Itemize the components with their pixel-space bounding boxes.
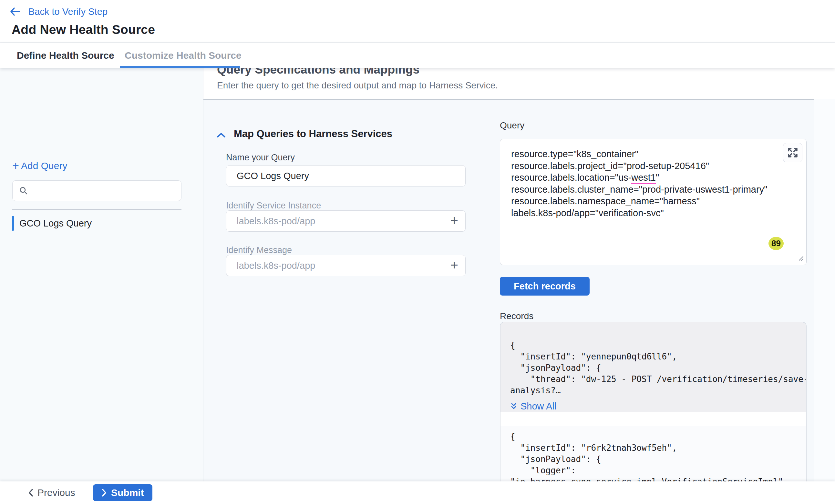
add-query-label: Add Query	[21, 160, 67, 171]
name-query-input[interactable]	[226, 171, 433, 181]
record-line: "jsonPayload": {	[510, 454, 799, 465]
query-line: resource.type="k8s_container"	[511, 148, 777, 160]
show-all-label: Show All	[521, 401, 556, 412]
fetch-records-button[interactable]: Fetch records	[500, 277, 590, 296]
previous-button[interactable]: Previous	[28, 484, 75, 501]
record-item-1: { "insertId": "yennepun0qtd6ll6", "jsonP…	[501, 322, 806, 412]
query-label: Query	[500, 120, 524, 131]
query-location-post: "	[656, 172, 659, 183]
query-line: resource.labels.namespace_name="harness"	[511, 195, 777, 207]
back-arrow-icon	[10, 7, 20, 16]
back-link-label: Back to Verify Step	[28, 6, 107, 17]
section-title: Query Specifications and Mappings	[217, 68, 835, 77]
app-header: Back to Verify Step Add New Health Sourc…	[0, 0, 835, 43]
name-query-field	[226, 165, 466, 187]
identify-message-label: Identify Message	[226, 245, 292, 255]
add-query-button[interactable]: + Add Query	[12, 160, 67, 172]
resize-handle[interactable]	[796, 254, 804, 262]
section-header: Query Specifications and Mappings Enter …	[203, 68, 835, 99]
query-textarea[interactable]: resource.type="k8s_container" resource.l…	[500, 139, 807, 265]
add-message-plus-icon[interactable]: +	[450, 257, 458, 273]
record-line: "io.harness.cvng.service.impl.Verificati…	[510, 476, 799, 481]
chevron-right-icon	[101, 488, 107, 497]
expand-query-button[interactable]	[783, 143, 802, 162]
identify-message-input[interactable]	[226, 260, 433, 271]
back-link[interactable]: Back to Verify Step	[10, 5, 107, 18]
chevron-left-icon	[28, 488, 34, 497]
query-line: labels.k8s-pod/app="verification-svc"	[511, 207, 777, 219]
show-all-link[interactable]: Show All	[510, 401, 799, 412]
record-line: "thread": "dw-125 - POST /verification/t…	[510, 374, 799, 385]
content-region: + Add Query GCO Logs Query Query Specifi…	[0, 68, 835, 481]
main-area: Query Specifications and Mappings Enter …	[203, 68, 835, 481]
record-line: {	[510, 340, 799, 351]
submit-button[interactable]: Submit	[93, 484, 152, 501]
collapse-chevron-up-icon[interactable]	[216, 132, 226, 140]
record-line: "insertId": "yennepun0qtd6ll6",	[510, 351, 799, 362]
identify-service-instance-label: Identify Service Instance	[226, 201, 321, 211]
record-line: {	[510, 431, 799, 442]
tab-bar: Define Health Source Customize Health So…	[0, 43, 835, 68]
sidebar-divider	[12, 209, 181, 210]
records-panel: { "insertId": "yennepun0qtd6ll6", "jsonP…	[500, 322, 807, 481]
query-search-box	[12, 181, 181, 201]
identify-service-instance-field: +	[226, 210, 466, 232]
query-location-misspelled: west1	[631, 172, 656, 184]
map-queries-title: Map Queries to Harness Services	[234, 128, 392, 140]
query-text: resource.type="k8s_container" resource.l…	[511, 148, 777, 219]
query-sidebar: + Add Query GCO Logs Query	[0, 68, 203, 481]
query-item-label: GCO Logs Query	[19, 218, 92, 229]
record-line: "jsonPayload": {	[510, 362, 799, 374]
record-item-2: { "insertId": "r6rk2tnah3owf5eh", "jsonP…	[501, 426, 806, 481]
tab-customize-health-source[interactable]: Customize Health Source	[125, 43, 242, 68]
records-label: Records	[500, 311, 533, 321]
page-title: Add New Health Source	[12, 23, 155, 37]
previous-label: Previous	[38, 487, 75, 498]
selected-indicator-bar	[12, 216, 14, 231]
query-location-pre: resource.labels.location="us-	[511, 172, 631, 183]
double-chevron-down-icon	[510, 402, 517, 411]
search-icon	[19, 186, 28, 195]
submit-label: Submit	[111, 487, 144, 498]
active-tab-underline	[120, 66, 240, 68]
expand-icon	[787, 146, 799, 159]
section-subtitle: Enter the query to get the desired outpu…	[217, 80, 498, 91]
query-mapping-panel: Map Queries to Harness Services Name you…	[203, 99, 814, 481]
plus-icon: +	[12, 160, 19, 172]
record-line: "insertId": "r6rk2tnah3owf5eh",	[510, 442, 799, 454]
tab-define-health-source[interactable]: Define Health Source	[17, 43, 114, 68]
search-input[interactable]	[33, 186, 168, 196]
char-count-badge: 89	[769, 237, 784, 250]
footer-bar: Previous Submit	[0, 481, 835, 504]
record-line: analysis?…	[510, 385, 799, 396]
identify-service-instance-input[interactable]	[226, 216, 433, 227]
query-line-location: resource.labels.location="us-west1"	[511, 172, 777, 184]
query-line: resource.labels.cluster_name="prod-priva…	[511, 184, 777, 195]
record-line: "logger":	[510, 465, 799, 476]
sidebar-item-gco-logs-query[interactable]: GCO Logs Query	[0, 214, 203, 233]
add-service-instance-plus-icon[interactable]: +	[450, 213, 458, 229]
name-query-label: Name your Query	[226, 153, 295, 163]
identify-message-field: +	[226, 255, 466, 276]
add-health-source-screen: Back to Verify Step Add New Health Sourc…	[0, 0, 835, 504]
query-line: resource.labels.project_id="prod-setup-2…	[511, 160, 777, 172]
